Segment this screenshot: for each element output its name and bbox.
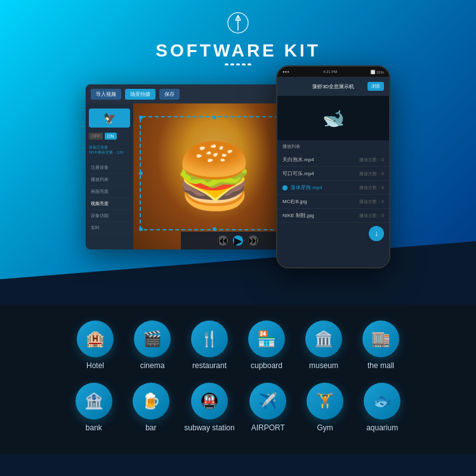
top-section: SOFTWARE KIT 导入视频 场景拍摄 保存 🦅 OFF ON: [0, 0, 476, 305]
burger-image: [133, 103, 295, 249]
phone-section-title: 播放列表: [277, 140, 389, 153]
icon-item-cupboard[interactable]: 🏪 cupboard: [243, 321, 291, 370]
sidebar-item-video-brightness[interactable]: 视频亮度: [89, 198, 130, 210]
scene-capture-btn[interactable]: 场景拍摄: [125, 89, 155, 100]
icon-label: Gym: [317, 423, 333, 432]
icon-circle: 🏋️: [307, 383, 343, 420]
icon-label: AIRPORT: [251, 423, 285, 432]
icon-circle: 🚇: [191, 383, 228, 420]
desktop-content: 🦅 OFF ON 设备已连接 SD卡剩余空量：120 注册设备 播放列表 画面亮…: [86, 103, 295, 249]
icon-row-1: 🏨 Hotel 🎬 cinema 🍴 restaurant 🏪 cupboard…: [13, 321, 463, 370]
icon-circle: 🏛️: [305, 321, 342, 357]
icon-label: aquarium: [366, 423, 398, 432]
sidebar-toggle: OFF ON: [89, 133, 130, 140]
icon-item-airport[interactable]: ✈️ AIRPORT: [244, 383, 292, 432]
icon-label: Hotel: [86, 361, 104, 370]
icon-row-2: 🏦 bank 🍺 bar 🚇 subway station ✈️ AIRPORT…: [13, 383, 463, 432]
save-btn[interactable]: 保存: [159, 89, 180, 100]
icon-label: cupboard: [251, 361, 282, 370]
phone-list-item[interactable]: MC右B.jpg 播放次数：0: [277, 195, 389, 209]
sidebar-item-brightness1[interactable]: 画面亮度: [89, 186, 130, 198]
desktop-sidebar: 🦅 OFF ON 设备已连接 SD卡剩余空量：120 注册设备 播放列表 画面亮…: [86, 103, 133, 249]
decorative-line: [0, 63, 476, 65]
phone-mockup: ●●● 4:21 PM ⬜ 33% 藻虾3D全息展示机 浏览 🐋 播放列表 天白…: [276, 65, 390, 268]
icon-circle: 🏪: [248, 321, 285, 357]
phone-list-item-active[interactable]: 藻体芽路.mp4 播放次数：8: [277, 181, 389, 195]
phone-header: 藻虾3D全息展示机 浏览: [277, 77, 389, 96]
sidebar-device-status: 设备已连接 SD卡剩余空量：120: [89, 145, 130, 155]
phone-download-btn[interactable]: ↓: [369, 226, 384, 241]
sidebar-item-realtime[interactable]: 实时: [89, 222, 130, 234]
sidebar-item-register[interactable]: 注册设备: [89, 162, 130, 174]
bottom-section: 🏨 Hotel 🎬 cinema 🍴 restaurant 🏪 cupboard…: [0, 305, 476, 454]
icon-circle: 🍴: [191, 321, 228, 357]
icon-circle: 🏬: [362, 321, 399, 357]
prev-btn[interactable]: ⏮: [218, 235, 228, 246]
desktop-mockup: 导入视频 场景拍摄 保存 🦅 OFF ON 设备已连接 SD卡剩余空量：120: [86, 84, 295, 249]
icon-item-bank[interactable]: 🏦 bank: [70, 383, 117, 432]
icon-label: subway station: [184, 423, 234, 432]
icon-label: bank: [86, 423, 102, 432]
icon-label: cinema: [140, 361, 165, 370]
icon-item-gym[interactable]: 🏋️ Gym: [301, 383, 349, 432]
icon-circle: 🏨: [77, 321, 114, 357]
phone-list-item[interactable]: NIKE 制鞋.jpg 播放次数：0: [277, 209, 389, 223]
icon-item-restaurant[interactable]: 🍴 restaurant: [186, 321, 234, 370]
icon-circle: 🏦: [76, 383, 112, 420]
page-title: SOFTWARE KIT: [0, 41, 476, 61]
phone-list-item[interactable]: 可口可乐.mp4 播放次数：0: [277, 167, 389, 181]
sidebar-brand: 🦅: [89, 109, 130, 128]
phone-status-bar: ●●● 4:21 PM ⬜ 33%: [277, 67, 389, 77]
icon-circle: ✈️: [249, 383, 286, 420]
icon-item-aquarium[interactable]: 🐟 aquarium: [359, 383, 406, 432]
icon-label: bar: [145, 423, 156, 432]
import-video-btn[interactable]: 导入视频: [91, 89, 121, 100]
icon-item-the-mall[interactable]: 🏬 the mall: [357, 321, 405, 370]
phone-content: 🐋 播放列表 天白泡水.mp4 播放次数：0 可口可乐.mp4 播放次数：0 藻…: [277, 96, 389, 267]
phone-list-item[interactable]: 天白泡水.mp4 播放次数：0: [277, 153, 389, 167]
phone-title: 藻虾3D全息展示机: [312, 83, 354, 90]
icon-circle: 🍺: [133, 383, 169, 420]
phone-browse-btn[interactable]: 浏览: [367, 82, 384, 91]
play-btn[interactable]: ▶: [233, 235, 243, 246]
icon-item-bar[interactable]: 🍺 bar: [127, 383, 175, 432]
header: SOFTWARE KIT: [0, 0, 476, 65]
icon-label: restaurant: [192, 361, 227, 370]
icon-item-museum[interactable]: 🏛️ museum: [300, 321, 348, 370]
icon-circle: 🎬: [134, 321, 171, 357]
sidebar-item-playlist[interactable]: 播放列表: [89, 174, 130, 186]
icon-circle: 🐟: [364, 383, 400, 420]
icon-item-cinema[interactable]: 🎬 cinema: [129, 321, 176, 370]
desktop-toolbar: 导入视频 场景拍摄 保存: [86, 84, 295, 103]
icon-label: museum: [309, 361, 338, 370]
sidebar-item-device[interactable]: 设备功能: [89, 210, 130, 222]
selection-overlay: [140, 116, 289, 230]
phone-fish-preview: 🐋: [277, 96, 389, 140]
fork-icon: [227, 11, 249, 37]
devices-container: 导入视频 场景拍摄 保存 🦅 OFF ON 设备已连接 SD卡剩余空量：120: [0, 72, 476, 268]
icon-item-subway-station[interactable]: 🚇 subway station: [184, 383, 234, 432]
icon-label: the mall: [367, 361, 394, 370]
next-btn[interactable]: ⏭: [248, 235, 258, 246]
icon-item-hotel[interactable]: 🏨 Hotel: [72, 321, 119, 370]
desktop-main: ⏮ ▶ ⏭: [133, 103, 295, 249]
